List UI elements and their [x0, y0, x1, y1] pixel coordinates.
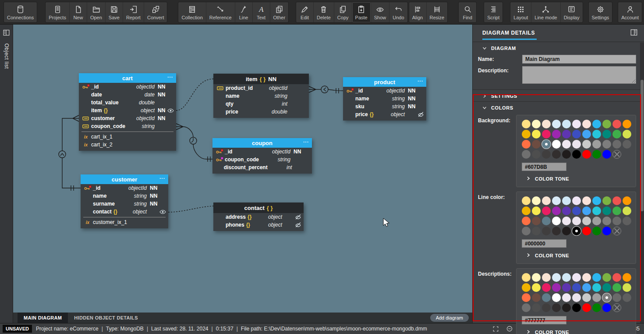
color-swatch[interactable]	[542, 303, 551, 312]
color-swatch[interactable]	[612, 273, 621, 282]
section-settings[interactable]: SETTINGS	[473, 89, 644, 102]
entity-header-item[interactable]: item{ }NN	[213, 74, 309, 84]
color-swatch[interactable]	[602, 206, 611, 215]
eye-icon[interactable]	[159, 210, 166, 214]
color-swatch[interactable]	[572, 303, 581, 312]
color-swatch-transparent[interactable]	[612, 150, 621, 159]
color-swatch[interactable]	[562, 217, 571, 225]
hex-color-input-descriptions[interactable]	[522, 316, 566, 324]
field-row-name[interactable]: namestringNN	[81, 192, 168, 200]
color-swatch[interactable]	[592, 130, 601, 139]
toolbar-button-align[interactable]: Align	[409, 2, 427, 22]
diagram-description-input[interactable]	[522, 66, 636, 84]
color-swatch[interactable]	[582, 283, 591, 292]
field-row-name[interactable]: namestringNN	[343, 95, 426, 103]
color-swatch[interactable]	[562, 196, 571, 205]
color-swatch[interactable]	[522, 303, 531, 312]
color-swatch[interactable]	[552, 120, 561, 128]
toolbar-button-text[interactable]: AText	[253, 2, 270, 22]
field-row-coupon-code[interactable]: coupon_codestring	[212, 156, 312, 163]
color-swatch[interactable]	[552, 283, 561, 292]
color-swatch[interactable]	[542, 196, 551, 205]
entity-cart[interactable]: cart..._idobjectIdNNdatedateNNtotal_valu…	[79, 73, 176, 151]
toolbar-button-new[interactable]: New	[70, 2, 87, 22]
toolbar-button-save[interactable]: Save	[106, 2, 123, 22]
color-swatch[interactable]	[542, 293, 551, 302]
field-row-date[interactable]: datedateNN	[79, 91, 176, 99]
entity-customer[interactable]: customer..._idobjectIdNNnamestringNNsurn…	[81, 174, 168, 228]
color-swatch[interactable]	[562, 206, 571, 215]
color-swatch[interactable]	[602, 283, 611, 292]
tab-main-diagram[interactable]: MAIN DIAGRAM	[18, 313, 68, 323]
field-row--id[interactable]: _idobjectIdNN	[79, 83, 176, 91]
color-swatch[interactable]	[532, 150, 541, 159]
color-swatch[interactable]	[612, 283, 621, 292]
field-row-discount-percent[interactable]: discount_percentint	[212, 163, 312, 171]
color-swatch[interactable]	[522, 206, 531, 215]
toolbar-button-open[interactable]: Open	[87, 2, 106, 22]
color-swatch[interactable]	[572, 140, 581, 149]
color-swatch[interactable]	[602, 196, 611, 205]
field-row-total-value[interactable]: total_valuedouble	[79, 99, 176, 107]
color-swatch[interactable]	[532, 120, 541, 128]
section-colors[interactable]: COLORS	[473, 102, 644, 113]
field-row--id[interactable]: _idobjectIdNN	[343, 87, 426, 95]
color-swatch[interactable]	[562, 227, 571, 235]
color-swatch[interactable]	[532, 130, 541, 139]
color-swatch[interactable]	[552, 130, 561, 139]
add-diagram-button[interactable]: Add diagram	[430, 314, 469, 322]
color-swatch[interactable]	[522, 130, 531, 139]
color-swatch[interactable]	[623, 283, 631, 292]
color-swatch[interactable]	[592, 140, 601, 149]
color-swatch[interactable]	[592, 217, 601, 225]
toolbar-button-account[interactable]: Account	[618, 2, 642, 22]
object-list-panel-icon[interactable]	[3, 29, 10, 38]
color-swatch[interactable]	[572, 293, 581, 302]
color-swatch[interactable]	[572, 206, 581, 215]
color-swatch[interactable]	[552, 196, 561, 205]
toolbar-button-delete[interactable]: Delete	[314, 2, 334, 22]
color-swatch[interactable]	[522, 283, 531, 292]
color-swatch[interactable]	[572, 130, 581, 139]
toolbar-button-paste[interactable]: Paste	[352, 2, 371, 22]
color-swatch[interactable]	[623, 120, 631, 128]
color-swatch[interactable]	[582, 120, 591, 128]
color-swatch[interactable]	[522, 227, 531, 235]
toolbar-button-report[interactable]: Report	[123, 2, 144, 22]
color-swatch[interactable]	[542, 150, 551, 159]
field-row--id[interactable]: _idobjectIdNN	[212, 148, 312, 156]
field-row--id[interactable]: _idobjectIdNN	[81, 184, 168, 192]
entity-menu-icon[interactable]: ...	[159, 174, 165, 180]
panel-title-tab[interactable]: DIAGRAM DETAILS	[482, 30, 535, 37]
color-swatch[interactable]	[542, 217, 551, 225]
color-swatch[interactable]	[542, 130, 551, 139]
toolbar-button-copy[interactable]: Copy	[334, 2, 352, 22]
color-swatch[interactable]	[582, 140, 591, 149]
index-row-customer-ix-1[interactable]: ixcustomer_ix_1	[81, 218, 168, 226]
color-swatch[interactable]	[582, 273, 591, 282]
toolbar-button-settings[interactable]: Settings	[589, 2, 612, 22]
panel-scrollbar-thumb[interactable]	[640, 80, 644, 211]
entity-menu-icon[interactable]: ...	[167, 73, 173, 79]
color-swatch[interactable]	[623, 273, 631, 282]
color-swatch[interactable]	[582, 206, 591, 215]
field-row-address[interactable]: address{}object	[213, 213, 304, 221]
index-row-cart-ix-2[interactable]: ixcart_ix_2	[79, 141, 176, 149]
color-swatch[interactable]	[522, 217, 531, 225]
color-swatch[interactable]	[612, 293, 621, 302]
field-row-customer[interactable]: customerobjectIdNN	[79, 114, 176, 122]
entity-header-customer[interactable]: customer...	[81, 174, 168, 184]
color-swatch[interactable]	[552, 227, 561, 235]
color-swatch[interactable]	[552, 273, 561, 282]
color-swatch[interactable]	[602, 303, 611, 312]
index-row-cart-ix-1[interactable]: ixcart_ix_1	[79, 133, 176, 141]
color-swatch[interactable]	[522, 120, 531, 128]
color-swatch-transparent[interactable]	[612, 227, 621, 235]
tab-hidden-object-details[interactable]: HIDDEN OBJECT DETAILS	[68, 313, 144, 323]
color-swatch[interactable]	[532, 273, 541, 282]
color-swatch[interactable]	[542, 206, 551, 215]
color-swatch[interactable]	[522, 293, 531, 302]
color-swatch[interactable]	[602, 130, 611, 139]
field-row-qty[interactable]: qtyint	[213, 100, 309, 108]
color-swatch[interactable]	[612, 206, 621, 215]
